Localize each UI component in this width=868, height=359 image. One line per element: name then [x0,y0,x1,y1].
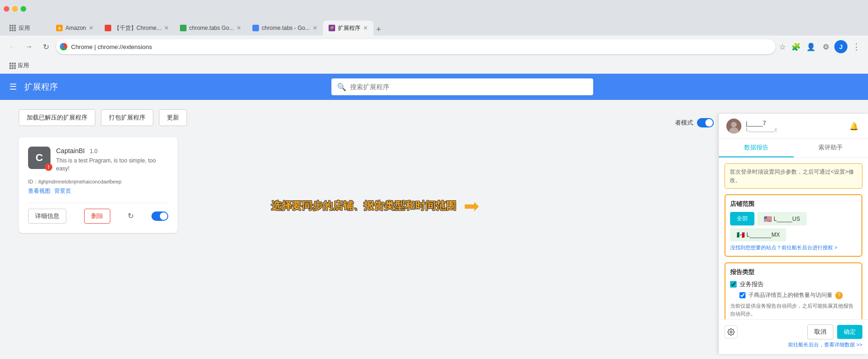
settings-button[interactable] [725,325,738,338]
auto-sync-note: 当前仅提供业务报告自动同步，之后可能拓展其他报告自动同步。 [730,302,857,317]
svg-point-1 [731,122,737,127]
store-mx-button[interactable]: 🇲🇽 L_______MX [730,228,786,241]
annotation-overlay: 选择要同步的店铺、报告类型和时间范围 ➡ [271,195,480,217]
search-icon: 🔍 [337,83,346,92]
annotation-text: 选择要同步的店铺、报告类型和时间范围 [271,199,456,213]
tab-bar: 应用 a Amazon ✕ 【千货】Chrome... ✕ chrome.tab… [0,18,868,35]
pack-extension-button[interactable]: 打包扩展程序 [101,109,153,126]
tab-chrome-tabs3-close[interactable]: ✕ [313,25,317,31]
store-range-label: 店铺范围 [730,200,857,208]
settings-icon[interactable]: ⚙ [819,40,832,53]
dev-mode-label: 者模式 [675,119,693,127]
help-icon[interactable]: ? [835,292,843,299]
store-buttons-row2: 🇲🇽 L_______MX [730,228,857,241]
title-bar [0,0,868,18]
close-button[interactable] [4,6,9,12]
browser-frame: 应用 a Amazon ✕ 【千货】Chrome... ✕ chrome.tab… [0,0,868,354]
user-store: L_________c [746,127,843,132]
tab-chrome-tabs3-label: chrome.tabs - Go... [262,25,310,31]
mx-flag-icon: 🇲🇽 [737,231,745,239]
report-type-section: 报告类型 业务报告 子商品详情页上的销售量与访问量 ? 当前仅提供业务报告自动同… [725,262,862,319]
reload-button[interactable]: ↻ [128,211,134,220]
extension-error-badge: ! [45,163,52,171]
maximize-button[interactable] [21,6,26,12]
sub-report-label: 子商品详情页上的销售量与访问量 [748,291,832,299]
notice-text: 首次登录时须设置同步参数，之后可通过<设置>修改。 [730,169,854,183]
load-unpacked-button[interactable]: 加载已解压的扩展程序 [19,109,95,126]
side-panel: j_____7 L_________c 🔔 数据报告 索评助手 首次登录时须设置… [718,114,868,354]
tab-extensions[interactable]: 🧩 扩展程序 ✕ [323,21,373,35]
report-business-checkbox[interactable] [730,281,737,288]
more-menu-button[interactable]: ⋮ [849,40,862,53]
tab-data-report[interactable]: 数据报告 [719,139,794,157]
extensions-search-input[interactable] [350,83,588,91]
extension-card: C ! CaptainBI 1.0 This is a test Pragram… [19,137,178,233]
background-link[interactable]: 背景页 [54,187,71,195]
tab-chrome-tabs1-close[interactable]: ✕ [164,25,169,31]
address-input[interactable] [56,39,775,54]
view-link[interactable]: 查看视图 [28,187,50,195]
tab-chrome-tabs2-close[interactable]: ✕ [237,25,241,31]
extension-version: 1.0 [90,148,98,155]
report-type-label: 报告类型 [730,268,857,276]
side-panel-footer: 取消 确定 前往船长后台，查看详细数据 >> [719,319,868,354]
extensions-search-bar: 🔍 [331,78,593,95]
back-button[interactable]: ← [6,40,19,53]
bookmark-star-icon[interactable]: ☆ [779,42,786,51]
tab-chrome-tabs1-label: 【千货】Chrome... [114,24,161,32]
extension-info: CaptainBI 1.0 This is a test Pragram, is… [56,147,168,173]
notification-icon[interactable]: 🔔 [847,120,861,133]
extension-toggle[interactable] [151,211,168,221]
extension-description: This is a test Pragram, is too simple, t… [56,157,168,173]
store-us-label: L_____US [774,216,800,222]
tab-chrome-tabs2[interactable]: chrome.tabs Go... ✕ [174,21,247,35]
main-layout: ☰ 扩展程序 🔍 者模式 加载已解压的扩展程序 打包扩展程序 更新 [0,74,868,354]
user-avatar [726,119,741,134]
tab-extensions-close[interactable]: ✕ [363,25,368,31]
store-us-button[interactable]: 🇺🇸 L_____US [757,212,807,225]
tab-amazon[interactable]: a Amazon ✕ [50,21,99,35]
details-button[interactable]: 详细信息 [28,209,66,224]
confirm-button[interactable]: 确定 [837,325,862,339]
new-tab-button[interactable]: + [373,25,384,35]
remove-button[interactable]: 删除 [84,209,110,224]
side-panel-content: 首次登录时须设置同步参数，之后可通过<设置>修改。 店铺范围 全部 🇺🇸 L__… [719,158,868,319]
extension-icon: C ! [28,147,50,169]
us-flag-icon: 🇺🇸 [764,215,772,223]
tab-review-assistant[interactable]: 索评助手 [794,139,868,157]
store-buttons: 全部 🇺🇸 L_____US [730,212,857,225]
refresh-button[interactable]: ↻ [39,40,52,53]
svg-point-3 [730,331,732,333]
profile-button[interactable]: J [834,40,847,53]
store-range-section: 店铺范围 全部 🇺🇸 L_____US 🇲🇽 L_______MX [725,194,862,257]
bookmark-apps-label: 应用 [18,62,29,70]
profile-sync-icon[interactable]: 👤 [804,40,818,53]
update-button[interactable]: 更新 [159,109,187,126]
authorize-link[interactable]: 没找到您想要的站点？前往船长后台进行授权 > [730,244,857,251]
forward-button[interactable]: → [22,40,36,53]
report-business-label: 业务报告 [739,280,764,289]
hamburger-menu[interactable]: ☰ [9,82,17,92]
tab-chrome-tabs1[interactable]: 【千货】Chrome... ✕ [99,21,174,35]
tab-amazon-close[interactable]: ✕ [89,25,93,31]
user-info: j_____7 L_________c [746,120,843,132]
sub-report-item: 子商品详情页上的销售量与访问量 ? [739,291,857,299]
tab-amazon-label: Amazon [65,25,86,31]
extensions-icon[interactable]: 🧩 [789,40,803,53]
tab-apps[interactable]: 应用 [4,21,50,35]
extensions-title: 扩展程序 [24,81,58,92]
side-panel-tabs: 数据报告 索评助手 [719,139,868,158]
tab-chrome-tabs3[interactable]: chrome.tabs - Go... ✕ [247,21,323,35]
cancel-button[interactable]: 取消 [807,324,833,339]
bookmark-apps[interactable]: 应用 [6,60,33,71]
report-item-business: 业务报告 [730,280,857,289]
minimize-button[interactable] [12,6,18,12]
dev-mode-toggle[interactable] [697,118,714,127]
tab-extensions-label: 扩展程序 [338,24,360,32]
footer-link[interactable]: 前往船长后台，查看详细数据 >> [725,339,862,349]
extensions-header: ☰ 扩展程序 🔍 [0,74,868,100]
site-info-icon [60,43,67,50]
annotation-arrow-icon: ➡ [464,195,480,217]
store-all-button[interactable]: 全部 [730,212,754,225]
sub-report-checkbox[interactable] [739,292,746,298]
